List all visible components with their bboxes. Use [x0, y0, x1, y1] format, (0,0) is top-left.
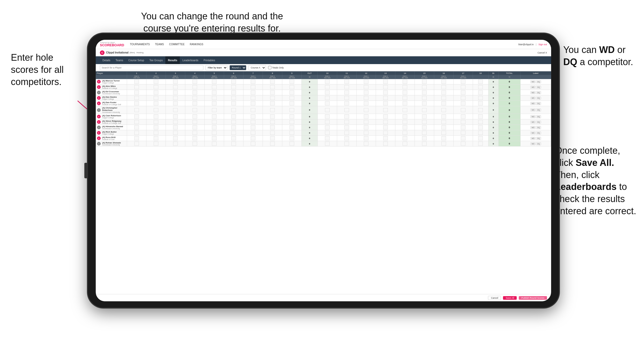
score-cell-3[interactable] — [166, 79, 185, 84]
score-input-h15[interactable] — [422, 114, 427, 119]
score-input-h2[interactable] — [154, 101, 158, 105]
score-cell-11[interactable] — [337, 84, 356, 90]
score-input-h11[interactable] — [344, 120, 349, 124]
score-cell-13[interactable] — [376, 141, 395, 147]
score-input-h8[interactable] — [270, 96, 275, 100]
score-cell-7[interactable] — [243, 79, 263, 84]
dq-button[interactable]: DQ — [536, 97, 541, 99]
score-input-h9[interactable] — [290, 96, 294, 100]
score-input-h4[interactable] — [193, 101, 197, 105]
score-cell-1[interactable] — [127, 125, 146, 130]
score-input-h4[interactable] — [193, 142, 197, 146]
score-cell-1[interactable] — [127, 95, 146, 101]
score-input-h1[interactable] — [134, 96, 139, 100]
score-cell-1[interactable] — [127, 84, 146, 90]
score-input-h10[interactable] — [325, 114, 330, 119]
score-cell-13[interactable] — [376, 90, 395, 95]
score-cell-10[interactable] — [317, 141, 337, 147]
score-cell-8[interactable] — [263, 125, 282, 130]
score-input-h13[interactable] — [383, 120, 388, 124]
score-cell-6[interactable] — [224, 136, 243, 141]
score-cell-15[interactable] — [414, 101, 434, 106]
score-cell-13[interactable] — [376, 79, 395, 84]
score-cell-4[interactable] — [185, 114, 205, 119]
score-cell-9[interactable] — [282, 130, 302, 136]
score-input-h12[interactable] — [364, 85, 368, 89]
score-input-h18[interactable] — [478, 108, 483, 112]
score-cell-3[interactable] — [166, 130, 185, 136]
score-input-h4[interactable] — [193, 80, 197, 84]
score-input-h9[interactable] — [290, 120, 294, 124]
score-input-h1[interactable] — [134, 80, 139, 84]
score-input-h5[interactable] — [212, 131, 217, 135]
score-cell-9[interactable] — [282, 90, 302, 95]
score-input-h17[interactable] — [461, 136, 465, 140]
score-cell-5[interactable] — [205, 125, 224, 130]
dq-button[interactable]: DQ — [536, 132, 541, 134]
score-input-h2[interactable] — [154, 90, 158, 95]
score-input-h13[interactable] — [383, 142, 388, 146]
score-input-h13[interactable] — [383, 136, 388, 140]
score-cell-15[interactable] — [414, 79, 434, 84]
score-input-h8[interactable] — [270, 114, 275, 119]
score-cell-8[interactable] — [263, 119, 282, 125]
score-input-h9[interactable] — [290, 142, 294, 146]
score-cell-9[interactable] — [282, 95, 302, 101]
score-input-h6[interactable] — [231, 120, 236, 124]
score-cell-13[interactable] — [376, 119, 395, 125]
score-cell-8[interactable] — [263, 141, 282, 147]
score-input-h10[interactable] — [325, 120, 330, 124]
score-cell-7[interactable] — [243, 106, 263, 114]
score-cell-14[interactable] — [395, 79, 414, 84]
score-input-h17[interactable] — [461, 131, 465, 135]
score-input-h10[interactable] — [325, 142, 330, 146]
score-input-h14[interactable] — [403, 131, 407, 135]
score-input-h5[interactable] — [212, 125, 217, 129]
score-cell-10[interactable] — [317, 95, 337, 101]
score-cell-18[interactable] — [473, 79, 488, 84]
score-input-h7[interactable] — [251, 108, 255, 112]
tournament-cancel-btn[interactable]: Cancel X — [537, 51, 547, 54]
score-input-h12[interactable] — [364, 136, 368, 140]
dq-button[interactable]: DQ — [536, 137, 541, 140]
score-input-h9[interactable] — [290, 108, 294, 112]
score-cell-15[interactable] — [414, 119, 434, 125]
score-input-h1[interactable] — [134, 108, 139, 112]
score-cell-3[interactable] — [166, 106, 185, 114]
score-input-h11[interactable] — [344, 125, 349, 129]
score-input-h7[interactable] — [251, 85, 255, 89]
score-cell-7[interactable] — [243, 95, 263, 101]
score-cell-7[interactable] — [243, 114, 263, 119]
score-cell-17[interactable] — [453, 125, 473, 130]
score-cell-17[interactable] — [453, 136, 473, 141]
nav-tournaments[interactable]: TOURNAMENTS — [129, 43, 150, 46]
score-cell-17[interactable] — [453, 101, 473, 106]
score-input-h10[interactable] — [325, 90, 330, 95]
score-cell-5[interactable] — [205, 101, 224, 106]
score-cell-14[interactable] — [395, 90, 414, 95]
score-cell-4[interactable] — [185, 90, 205, 95]
wd-button[interactable]: WD — [530, 115, 536, 118]
score-cell-11[interactable] — [337, 95, 356, 101]
score-input-h8[interactable] — [270, 90, 275, 95]
score-input-h14[interactable] — [403, 85, 407, 89]
score-input-h3[interactable] — [173, 108, 178, 112]
score-cell-18[interactable] — [473, 84, 488, 90]
dq-button[interactable]: DQ — [536, 142, 541, 145]
score-cell-6[interactable] — [224, 79, 243, 84]
score-input-h1[interactable] — [134, 85, 139, 89]
score-input-h12[interactable] — [364, 142, 368, 146]
score-cell-4[interactable] — [185, 95, 205, 101]
dq-button[interactable]: DQ — [536, 126, 541, 129]
score-input-h5[interactable] — [212, 101, 217, 105]
score-input-h12[interactable] — [364, 101, 368, 105]
cancel-button[interactable]: Cancel — [488, 296, 501, 300]
score-input-h5[interactable] — [212, 142, 217, 146]
score-input-h6[interactable] — [231, 101, 236, 105]
score-cell-12[interactable] — [356, 141, 376, 147]
score-input-h1[interactable] — [134, 101, 139, 105]
score-cell-10[interactable] — [317, 90, 337, 95]
score-input-h16[interactable] — [441, 114, 446, 119]
score-input-h2[interactable] — [154, 114, 158, 119]
score-cell-4[interactable] — [185, 84, 205, 90]
